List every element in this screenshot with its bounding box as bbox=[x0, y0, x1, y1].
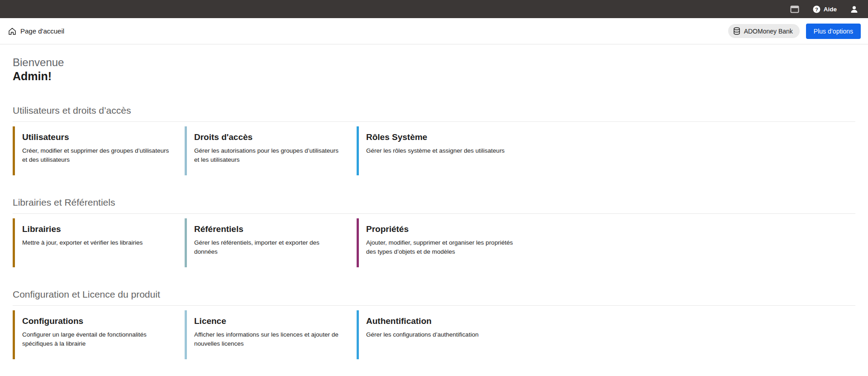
header: Page d'accueil ADOMoney Bank Plus d’opti… bbox=[0, 18, 868, 44]
card-description: Afficher les informations sur les licenc… bbox=[194, 330, 343, 348]
help-label: Aide bbox=[824, 6, 837, 13]
card-title: Authentification bbox=[366, 316, 519, 326]
card-description: Gérer les configurations d’authentificat… bbox=[366, 330, 515, 339]
card-configurations[interactable]: Configurations Configurer un large évent… bbox=[13, 310, 182, 359]
section-divider bbox=[13, 305, 855, 306]
user-icon[interactable] bbox=[850, 5, 858, 13]
card-description: Ajouter, modifier, supprimer et organise… bbox=[366, 238, 515, 256]
welcome-username: Admin! bbox=[13, 69, 855, 83]
section-title: Configuration et Licence du produit bbox=[13, 289, 855, 300]
section-title: Librairies et Référentiels bbox=[13, 197, 855, 208]
svg-text:?: ? bbox=[815, 6, 818, 12]
card-droits-acces[interactable]: Droits d'accès Gérer les autorisations p… bbox=[185, 126, 354, 175]
help-button[interactable]: ? Aide bbox=[813, 5, 837, 13]
card-roles-systeme[interactable]: Rôles Système Gérer les rôles système et… bbox=[357, 126, 526, 175]
section-divider bbox=[13, 213, 855, 214]
card-title: Utilisateurs bbox=[22, 132, 175, 142]
welcome-block: Bienvenue Admin! bbox=[13, 56, 855, 83]
header-actions: ADOMoney Bank Plus d’options bbox=[728, 24, 861, 39]
main-content: Bienvenue Admin! Utilisateurs et droits … bbox=[0, 56, 868, 359]
card-description: Gérer les autorisations pour les groupes… bbox=[194, 146, 343, 164]
breadcrumb-label: Page d'accueil bbox=[20, 27, 64, 35]
card-description: Gérer les référentiels, importer et expo… bbox=[194, 238, 343, 256]
section-divider bbox=[13, 121, 855, 122]
card-authentification[interactable]: Authentification Gérer les configuration… bbox=[357, 310, 526, 359]
database-icon bbox=[733, 27, 740, 35]
section-libraries-repos: Librairies et Référentiels Librairies Me… bbox=[13, 197, 855, 267]
card-title: Configurations bbox=[22, 316, 175, 326]
card-licence[interactable]: Licence Afficher les informations sur le… bbox=[185, 310, 354, 359]
welcome-greeting: Bienvenue bbox=[13, 56, 855, 69]
section-title: Utilisateurs et droits d’accès bbox=[13, 105, 855, 116]
card-referentiels[interactable]: Référentiels Gérer les référentiels, imp… bbox=[185, 218, 354, 267]
home-icon bbox=[8, 27, 16, 35]
card-title: Référentiels bbox=[194, 224, 347, 234]
card-description: Créer, modifier et supprimer des groupes… bbox=[22, 146, 172, 164]
card-title: Librairies bbox=[22, 224, 175, 234]
card-proprietes[interactable]: Propriétés Ajouter, modifier, supprimer … bbox=[357, 218, 526, 267]
card-row: Utilisateurs Créer, modifier et supprime… bbox=[13, 126, 855, 175]
card-title: Propriétés bbox=[366, 224, 519, 234]
section-users-access: Utilisateurs et droits d’accès Utilisate… bbox=[13, 105, 855, 175]
help-icon: ? bbox=[813, 5, 820, 13]
card-utilisateurs[interactable]: Utilisateurs Créer, modifier et supprime… bbox=[13, 126, 182, 175]
bank-chip-label: ADOMoney Bank bbox=[744, 28, 793, 35]
card-title: Rôles Système bbox=[366, 132, 519, 142]
card-description: Gérer les rôles système et assigner des … bbox=[366, 146, 515, 155]
card-row: Librairies Mettre à jour, exporter et vé… bbox=[13, 218, 855, 267]
card-librairies[interactable]: Librairies Mettre à jour, exporter et vé… bbox=[13, 218, 182, 267]
window-icon[interactable] bbox=[790, 5, 799, 13]
card-description: Mettre à jour, exporter et vérifier les … bbox=[22, 238, 172, 247]
section-config-license: Configuration et Licence du produit Conf… bbox=[13, 289, 855, 359]
bank-selector-chip[interactable]: ADOMoney Bank bbox=[728, 24, 800, 38]
card-title: Droits d'accès bbox=[194, 132, 347, 142]
breadcrumb[interactable]: Page d'accueil bbox=[8, 27, 64, 35]
card-title: Licence bbox=[194, 316, 347, 326]
more-options-button[interactable]: Plus d’options bbox=[806, 24, 861, 39]
card-row: Configurations Configurer un large évent… bbox=[13, 310, 855, 359]
card-description: Configurer un large éventail de fonction… bbox=[22, 330, 172, 348]
topbar: ? Aide bbox=[0, 0, 868, 18]
